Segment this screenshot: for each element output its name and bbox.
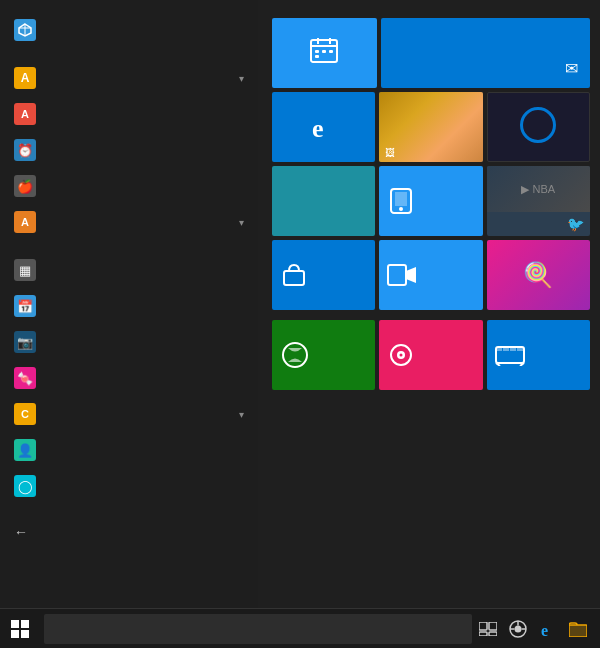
app-list: A ▾ A ⏰ 🍎 A ▾ [0,0,258,608]
svg-rect-33 [479,622,487,630]
taskbar: e [0,608,600,648]
tile-photos[interactable]: 🖼 [379,92,482,162]
svg-point-38 [515,625,522,632]
app-icon-calculator: ▦ [14,259,36,281]
tiles-panel: ✉ e 🖼 [258,0,600,608]
tile-skype[interactable] [379,240,482,310]
svg-rect-8 [322,50,326,53]
svg-point-21 [400,354,403,357]
section-header-a [0,48,258,60]
app-item-3d-builder[interactable] [0,12,258,48]
edge-taskbar-icon[interactable]: e [536,617,560,641]
tile-cortana[interactable] [487,92,590,162]
svg-rect-13 [395,192,407,206]
app-icon-alarms: ⏰ [14,139,36,161]
svg-rect-30 [21,620,29,628]
svg-point-14 [399,207,403,211]
svg-rect-23 [496,347,502,351]
app-icon-apple: 🍎 [14,175,36,197]
twitter-bird-icon: 🐦 [567,216,584,232]
twitter-player-icon: ▶ NBA [521,183,555,196]
mail-envelope-icon: ✉ [565,59,578,78]
tile-calendar[interactable] [272,18,377,88]
section-header-c [0,240,258,252]
task-view-icon[interactable] [476,617,500,641]
start-menu: A ▾ A ⏰ 🍎 A ▾ [0,0,600,608]
svg-rect-35 [479,632,487,636]
tile-edge[interactable]: e [272,92,375,162]
svg-point-18 [283,343,307,367]
app-item-camera[interactable]: 📷 [0,324,258,360]
app-icon-calendar: 📅 [14,295,36,317]
app-item-apple-software[interactable]: 🍎 [0,168,258,204]
app-item-cortana[interactable]: ◯ [0,468,258,504]
app-icon-candy: 🍬 [14,367,36,389]
tile-store[interactable] [272,240,375,310]
app-icon-conexant: C [14,403,36,425]
svg-rect-36 [489,632,497,636]
chevron-icon-conexant: ▾ [239,409,244,420]
file-explorer-icon[interactable] [566,617,590,641]
cortana-ring-icon [520,107,556,143]
tile-candy[interactable]: 🍭 [487,240,590,310]
tile-movies[interactable] [487,320,590,390]
app-icon-contact-support: 👤 [14,439,36,461]
app-icon-acrobat: A [14,103,36,125]
svg-rect-29 [11,620,19,628]
app-icon-absolute-software: A [14,67,36,89]
tile-twitter[interactable]: ▶ NBA 🐦 [487,166,590,236]
app-item-calendar[interactable]: 📅 [0,288,258,324]
svg-rect-32 [21,630,29,638]
svg-rect-7 [315,50,319,53]
app-item-alarms-clock[interactable]: ⏰ [0,132,258,168]
tile-groove[interactable] [379,320,482,390]
svg-text:e: e [541,622,548,638]
back-arrow-icon: ← [14,524,28,540]
section-header-numbers [0,0,258,12]
svg-marker-17 [406,267,416,283]
chrome-icon[interactable] [506,617,530,641]
app-item-candy-crush[interactable]: 🍬 [0,360,258,396]
candy-crush-icon: 🍭 [487,240,590,310]
svg-rect-31 [11,630,19,638]
svg-text:e: e [312,114,324,143]
tile-mail[interactable]: ✉ [381,18,590,88]
svg-rect-34 [489,622,497,630]
svg-rect-9 [329,50,333,53]
svg-rect-25 [510,347,516,351]
svg-rect-10 [315,55,319,58]
tile-weather[interactable] [272,166,375,236]
app-item-absolute-software[interactable]: A ▾ [0,60,258,96]
photos-icon: 🖼 [385,147,395,158]
app-icon-camera: 📷 [14,331,36,353]
back-button[interactable]: ← [0,516,258,548]
svg-rect-15 [284,271,304,285]
app-icon-3d-builder [14,19,36,41]
taskbar-icons: e [476,617,600,641]
app-item-conexant[interactable]: C ▾ [0,396,258,432]
section-header-g [0,504,258,516]
tile-phone[interactable] [379,166,482,236]
app-icon-avast: A [14,211,36,233]
app-item-contact-support[interactable]: 👤 [0,432,258,468]
chevron-icon-absolute: ▾ [239,73,244,84]
tile-xbox[interactable] [272,320,375,390]
app-icon-cortana: ◯ [14,475,36,497]
app-item-calculator[interactable]: ▦ [0,252,258,288]
search-input[interactable] [44,614,472,644]
start-button[interactable] [0,609,40,649]
svg-rect-16 [388,265,406,285]
svg-rect-26 [517,347,524,351]
svg-rect-24 [503,347,509,351]
svg-rect-44 [569,625,587,637]
chevron-icon-avast: ▾ [239,217,244,228]
app-item-avast[interactable]: A ▾ [0,204,258,240]
app-item-acrobat-reader[interactable]: A [0,96,258,132]
